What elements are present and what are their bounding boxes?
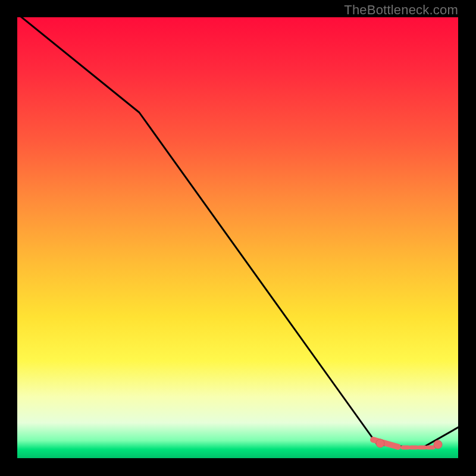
plot-gradient-background: [17, 17, 458, 458]
chart-frame: TheBottleneck.com: [0, 0, 476, 476]
attribution-label: TheBottleneck.com: [344, 2, 458, 18]
